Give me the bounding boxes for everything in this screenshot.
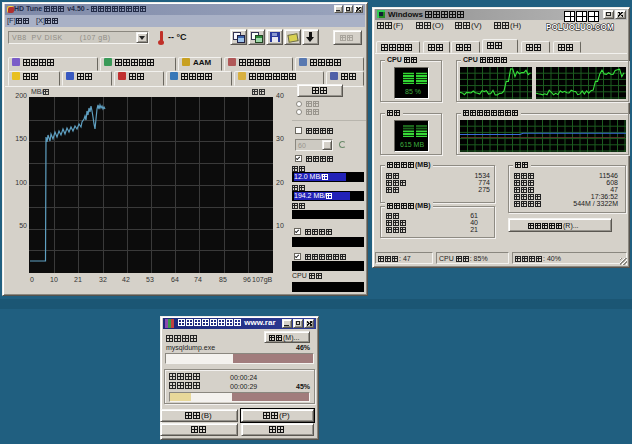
svg-text:POLUOLUO.COM: POLUOLUO.COM <box>546 23 614 32</box>
